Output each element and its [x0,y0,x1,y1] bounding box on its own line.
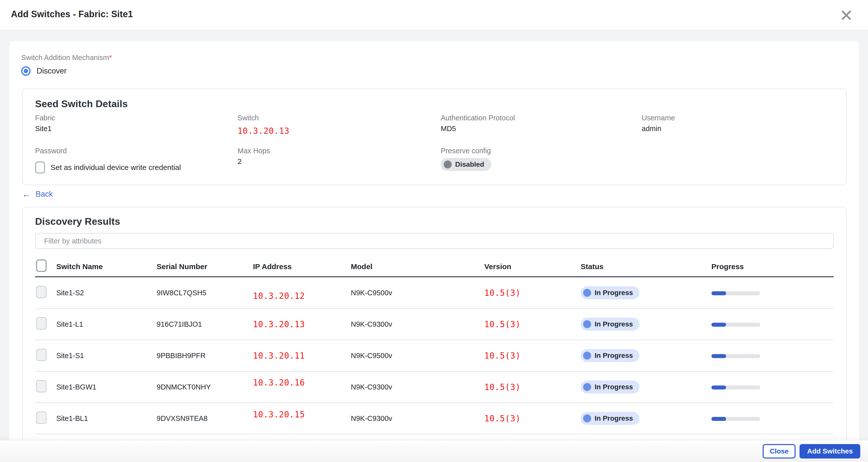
cell-serial-number: 9DNMCKT0NHY [157,383,253,391]
ip-value: 10.3.20.16 [253,378,305,387]
ip-value: 10.3.20.13 [253,319,305,329]
cell-model: N9K-C9300v [351,320,484,328]
cell-version: 10.5(3) [484,288,581,298]
cell-version: 10.5(3) [484,319,581,329]
cell-switch-name: Site1-S2 [56,289,157,297]
cell-ip-address: 10.3.20.16 [253,382,351,392]
cell-switch-name: Site1-BL1 [56,414,157,423]
cell-serial-number: 9PBBIBH9PFR [157,352,253,360]
discovery-results-card: Discovery Results Switch Name Serial Num… [22,207,846,440]
progress-fill [711,417,726,421]
seed-switch-details-card: Seed Switch Details Fabric Site1 Switch … [22,88,846,185]
cell-status: In Progress [581,349,711,362]
col-serial-number: Serial Number [157,262,253,271]
cell-progress [711,383,834,391]
progress-bar [711,417,760,421]
cell-switch-name: Site1-S1 [56,352,157,360]
progress-bar [711,323,760,327]
password-label: Password [35,147,238,155]
dialog-header: Add Switches - Fabric: Site1 [0,0,868,30]
username-value: admin [642,124,834,133]
required-asterisk: * [109,54,112,62]
progress-fill [711,323,726,327]
switch-addition-mechanism-section: Switch Addition Mechanism* Discover [21,54,112,76]
col-model: Model [351,262,484,271]
status-badge: In Progress [581,380,640,394]
table-row: Site1-BL19DVXSN9TEA810.3.20.15N9K-C9300v… [35,403,834,434]
cell-status: In Progress [581,380,711,394]
col-version: Version [484,262,581,271]
cell-progress [711,352,834,360]
discovery-table: Switch Name Serial Number IP Address Mod… [35,257,834,434]
version-value: 10.5(3) [484,382,521,392]
row-checkbox[interactable] [36,349,46,361]
row-checkbox[interactable] [36,286,46,298]
cell-ip-address: 10.3.20.11 [253,351,351,360]
status-label: In Progress [595,352,633,359]
discovery-table-body: Site1-S29IW8CL7QSH510.3.20.12N9K-C9500v1… [35,277,834,434]
switch-field: Switch 10.3.20.13 [238,114,441,136]
select-all-checkbox[interactable] [36,259,46,272]
mechanism-label: Switch Addition Mechanism [21,54,109,62]
col-progress: Progress [711,262,834,271]
close-button[interactable]: Close [763,444,796,459]
progress-fill [711,291,726,295]
row-checkbox[interactable] [36,380,46,393]
ip-value: 10.3.20.11 [253,351,305,360]
progress-bar [711,385,760,389]
cell-switch-name: Site1-L1 [56,320,157,328]
version-value: 10.5(3) [484,414,521,423]
dialog-footer: Close Add Switches [0,440,868,462]
progress-bar [711,291,760,295]
radio-dot-icon [24,69,28,73]
row-checkbox-cell [35,317,56,331]
status-badge: In Progress [581,318,640,331]
row-checkbox-cell [35,286,56,300]
auth-protocol-field: Authentication Protocol MD5 [441,114,642,136]
cell-status: In Progress [581,318,711,331]
cell-version: 10.5(3) [484,414,581,423]
seed-switch-details-title: Seed Switch Details [35,98,834,109]
table-header-row: Switch Name Serial Number IP Address Mod… [35,257,834,277]
switch-label: Switch [238,114,441,122]
discovery-results-title: Discovery Results [35,216,834,227]
back-link-label: Back [36,190,53,199]
write-credential-checkbox[interactable] [35,162,45,173]
table-row: Site1-S29IW8CL7QSH510.3.20.12N9K-C9500v1… [35,277,834,309]
auth-protocol-label: Authentication Protocol [441,114,642,122]
cell-ip-address: 10.3.20.12 [253,288,351,298]
row-checkbox-cell [35,411,56,426]
preserve-config-badge: Disabled [441,158,491,171]
cell-version: 10.5(3) [484,351,581,360]
filter-input[interactable] [35,233,834,249]
row-checkbox-cell [35,349,56,363]
cell-serial-number: 9IW8CL7QSH5 [157,289,253,297]
status-label: In Progress [595,289,633,297]
col-status: Status [581,262,711,271]
cell-version: 10.5(3) [484,382,581,392]
disabled-dot-icon [444,161,452,169]
fabric-field: Fabric Site1 [35,114,238,136]
preserve-config-field: Preserve config Disabled [441,147,642,173]
fabric-label: Fabric [35,114,238,122]
progress-fill [711,385,726,389]
row-checkbox[interactable] [36,317,46,330]
cell-serial-number: 916C71IBJO1 [157,320,253,328]
row-checkbox[interactable] [36,411,46,424]
back-link[interactable]: ← Back [22,190,53,199]
ip-value: 10.3.20.15 [253,410,305,420]
discover-radio[interactable] [21,66,31,76]
cell-model: N9K-C9300v [351,383,484,391]
close-icon[interactable] [838,6,855,24]
version-value: 10.5(3) [484,319,521,329]
add-switches-button[interactable]: Add Switches [800,444,860,459]
ip-value: 10.3.20.12 [253,291,305,301]
discover-radio-label: Discover [37,66,67,76]
cell-ip-address: 10.3.20.15 [253,414,351,423]
status-badge: In Progress [581,412,640,425]
version-value: 10.5(3) [484,288,521,298]
max-hops-label: Max Hops [238,147,441,155]
cell-status: In Progress [581,286,711,299]
fabric-value: Site1 [35,124,238,133]
status-dot-icon [583,320,591,328]
